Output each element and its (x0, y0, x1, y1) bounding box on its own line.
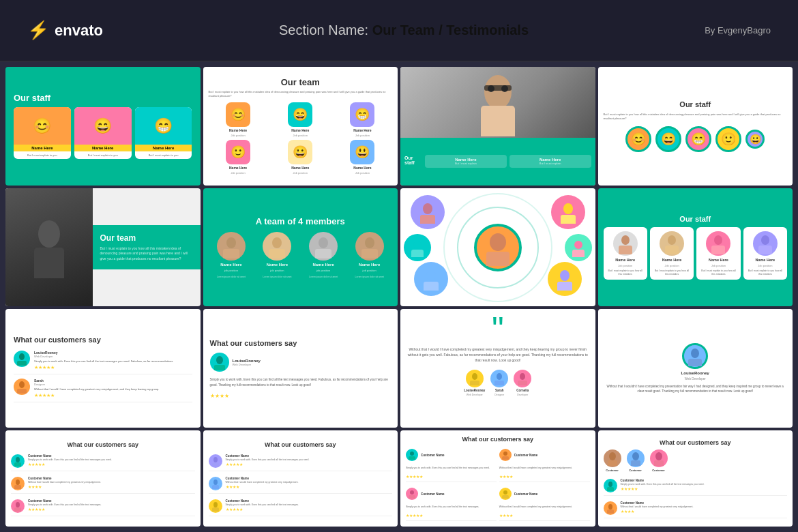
sr-job: Web Developer (685, 377, 706, 381)
tg-item-13-3: Customer Name Simply you to work with. E… (11, 497, 195, 516)
tg-item-13-2: Customer Name Without that I would have … (11, 474, 195, 494)
top-rev-avatar-3 (650, 449, 668, 467)
tg-item-13-1: Customer Name Simply you to work with. E… (11, 452, 195, 471)
tg-avatar-13-2 (11, 477, 25, 490)
test-avatar-1 (14, 351, 30, 367)
reviewer-job-2: Designer (494, 394, 504, 396)
svg-rect-6 (34, 248, 64, 278)
svg-point-51 (16, 457, 20, 462)
svg-rect-52 (14, 462, 21, 467)
tm-name-3: Name Here (312, 263, 334, 267)
sc-name-1: Name Here (615, 258, 635, 262)
tf-job: Web Developer (233, 363, 261, 366)
svg-point-59 (213, 479, 218, 485)
tg-text-15-1: Simply you to work with. Even this you c… (406, 467, 490, 470)
av-name-5: Name Here (291, 166, 309, 170)
tg-item-14-2: Customer Name Without that I would have … (209, 474, 393, 494)
team-avatar-1 (217, 232, 246, 261)
slide-testimonials-featured: What our customers say LouiseRooney Web … (203, 309, 398, 428)
tm-name-2: Name Here (267, 263, 288, 267)
av-job-6: Job position (355, 171, 370, 175)
tg-name-15-4: Customer Name (514, 492, 538, 496)
svg-rect-38 (17, 361, 27, 366)
svg-point-35 (761, 235, 769, 245)
svg-point-15 (490, 233, 506, 251)
team-member-1: Name Here job position Lorem ipsum dolor… (210, 232, 253, 279)
svg-point-31 (668, 235, 676, 245)
tg-content-13-2: Customer Name Without that I would have … (28, 477, 195, 490)
tg-text-13-2: Without that I would have completed my g… (28, 481, 195, 484)
sc-desc-3: But I must explain to you how all this m… (699, 269, 737, 276)
tm-job-1: job position (224, 269, 238, 272)
center-bubble (474, 224, 522, 271)
multi-col-test-15: Customer Name Simply you to work with. E… (406, 446, 590, 521)
top-reviewer-3: Customer (650, 449, 668, 472)
tm-name-4: Name Here (359, 263, 380, 267)
orbit-bubble-3 (414, 262, 448, 296)
tg-content-16-1: Customer Name Simply you to work with. E… (621, 479, 788, 492)
svg-point-77 (608, 482, 612, 487)
s3-sub-1: But I must explain (428, 162, 504, 165)
slide10-title: What our customers say (210, 338, 297, 349)
slide2-title: Our team (281, 77, 320, 87)
tg-item-15-2: Customer Name Without that I would have … (499, 446, 590, 482)
svg-point-79 (608, 504, 612, 509)
staff-card-1: Name Here Job position But I must explai… (604, 227, 647, 280)
slide-testimonials-grid-2: What our customers say Customer Name Sim… (203, 430, 398, 527)
person-card-2: 😄 Name Here But I must explain to you (74, 107, 132, 159)
svg-rect-42 (214, 365, 225, 370)
tm-desc-3: Lorem ipsum dolor sit amet (309, 276, 338, 279)
slide-big-quote: " Without that I would I have completed … (400, 309, 595, 428)
svg-rect-80 (607, 509, 614, 514)
svg-point-57 (213, 457, 218, 462)
test-avatar-2 (14, 379, 30, 395)
top-rev-avatar-2 (627, 449, 645, 467)
av-job-2: Job position (293, 134, 308, 137)
tg-text-15-3: Simply you to work with. Even this you c… (406, 505, 479, 509)
tg-stars-16-1: ★★★★★ (621, 486, 788, 491)
tg-stars-14-3: ★★★★★ (226, 507, 393, 512)
svg-rect-56 (14, 507, 21, 512)
tg-avatar-14-1 (209, 454, 222, 468)
slide-our-team-avatars: Our team But I must explain to you how a… (203, 67, 398, 186)
tg-content-14-1: Customer Name Simply you to work with. E… (226, 454, 393, 467)
slide-our-team-split: Our team But I must explain to you how a… (5, 188, 201, 307)
staff-card-3: Name Here Job position But I must explai… (696, 227, 740, 280)
tg-avatar-14-2 (209, 477, 222, 490)
tg-name-13-1: Customer Name (28, 454, 195, 458)
tg-header-15-4: Customer Name (499, 488, 538, 500)
slide-our-staff-4cards: Our staff Name Here Job position But I m… (598, 188, 793, 307)
svg-point-0 (484, 75, 512, 109)
tg-stars-15-4: ★★★★ (499, 513, 513, 518)
svg-point-25 (413, 241, 422, 249)
reviewer-3: Cornelia Developer (514, 370, 531, 396)
avatar-1: 😊 (226, 102, 250, 127)
orbit-bubble-5 (404, 234, 431, 261)
team-member-3: Name Here job position Lorem ipsum dolor… (302, 232, 345, 279)
av-name-6: Name Here (353, 166, 371, 170)
orbit-bubble-4 (548, 262, 582, 296)
svg-rect-40 (17, 389, 27, 394)
author-credit: By EvgenyBagro (705, 25, 771, 35)
tm-desc-1: Lorem ipsum dolor sit amet (217, 276, 246, 279)
slide4-desc: But I must explain to you how all this m… (604, 113, 788, 121)
svg-rect-58 (212, 462, 219, 467)
slide-our-staff-photo: Our staff Name Here But I must explain N… (400, 67, 595, 186)
slide-our-staff-bubbles: Our staff But I must explain to you how … (598, 67, 793, 186)
sc-name-3: Name Here (709, 258, 728, 262)
sc-avatar-4 (753, 231, 778, 256)
slide5-desc: But I must explain to you how all this m… (100, 246, 193, 262)
bubble-2: 😄 (655, 126, 681, 152)
desc-3: But I must explain to you (146, 151, 181, 159)
top-rev-avatar-1 (604, 449, 621, 467)
s3-name-1: Name Here But I must explain (425, 155, 507, 168)
tm-job-4: job position (363, 269, 376, 272)
slide16-title: What our customers say (660, 439, 731, 446)
tg-text-15-4: Without that I would have completed my g… (499, 505, 572, 509)
tg-header-15-1: Customer Name (406, 449, 445, 461)
test-stars-2: ★★★★★ (34, 393, 192, 398)
svg-rect-30 (619, 246, 632, 254)
slide5-text: Our team But I must explain to you how a… (93, 225, 200, 270)
tg-name-13-2: Customer Name (28, 477, 195, 480)
slide1-title: Our staff (14, 93, 50, 103)
